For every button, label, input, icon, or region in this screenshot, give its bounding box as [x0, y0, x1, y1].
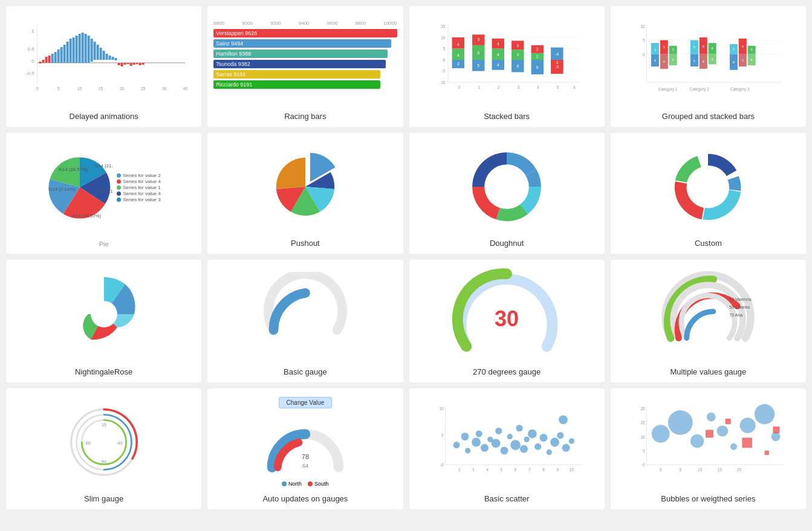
svg-rect-14 — [39, 62, 42, 63]
svg-text:9: 9 — [556, 468, 559, 472]
svg-point-229 — [771, 432, 780, 441]
svg-text:3: 3 — [516, 43, 519, 47]
svg-text:5: 5 — [693, 59, 695, 62]
card-multi-gauge[interactable]: 50 Valencia 50 Charles 70 Ana Multiple v… — [611, 260, 806, 382]
svg-point-199 — [524, 436, 529, 442]
gauge-value-label: 30 — [495, 306, 519, 332]
card-delayed-animations[interactable]: 1 0.5 0 -0.5 0 5 10 15 20 25 30 40 — [6, 6, 201, 127]
card-custom[interactable]: Custom — [611, 133, 806, 254]
multi-gauge-chart: 50 Valencia 50 Charles 70 Ana — [617, 266, 800, 362]
svg-rect-232 — [742, 437, 752, 448]
svg-text:0: 0 — [660, 468, 662, 472]
svg-point-225 — [716, 425, 728, 437]
svg-text:50 Charles: 50 Charles — [730, 305, 751, 309]
svg-rect-37 — [109, 56, 111, 60]
svg-text:4: 4 — [496, 52, 499, 56]
svg-text:1: 1 — [478, 85, 480, 89]
svg-text:0: 0 — [443, 57, 445, 62]
svg-point-207 — [568, 438, 574, 443]
svg-text:70 Ana: 70 Ana — [730, 313, 743, 317]
card-slim-gauge[interactable]: 15 40 50 60 Slim gauge — [6, 388, 201, 509]
svg-text:1: 1 — [31, 28, 34, 34]
svg-text:0: 0 — [36, 86, 39, 91]
pushout-label: Pushout — [291, 239, 320, 248]
stacked-bars-label: Stacked bars — [484, 112, 530, 121]
svg-rect-42 — [124, 63, 126, 65]
svg-text:7: 7 — [528, 468, 530, 472]
svg-point-208 — [559, 415, 568, 424]
svg-text:5: 5 — [663, 45, 664, 49]
svg-text:15: 15 — [441, 24, 446, 28]
card-270-gauge[interactable]: 30 270 degrees gauge — [409, 260, 605, 382]
svg-text:0.5: 0.5 — [28, 47, 35, 52]
card-stacked-bars[interactable]: 15 10 5 0 -5 -10 0 1 2 3 4 5 6 4 4 — [409, 6, 605, 127]
svg-text:25: 25 — [141, 86, 146, 91]
svg-point-195 — [507, 434, 512, 439]
svg-text:0: 0 — [643, 52, 645, 56]
svg-text:15: 15 — [99, 86, 103, 91]
card-nightingale[interactable]: NightingaleRose — [6, 260, 201, 382]
svg-point-227 — [739, 417, 755, 433]
svg-point-228 — [755, 404, 775, 423]
svg-point-206 — [562, 443, 570, 451]
svg-text:-0: -0 — [440, 462, 443, 466]
svg-text:5: 5 — [477, 63, 479, 68]
svg-rect-26 — [76, 36, 78, 63]
svg-text:3: 3 — [516, 52, 519, 56]
card-pushout[interactable]: Pushout — [207, 133, 403, 254]
svg-text:4/14 (28.57%): 4/14 (28.57%) — [59, 167, 88, 172]
svg-text:10: 10 — [698, 468, 703, 472]
svg-rect-36 — [106, 54, 108, 60]
svg-text:15: 15 — [102, 422, 106, 426]
racing-bar-5: Ricciardo 9191 — [213, 80, 397, 89]
svg-text:8: 8 — [536, 65, 538, 69]
racing-bar-1: Sainz 9494 — [213, 39, 397, 48]
svg-point-196 — [510, 440, 521, 450]
svg-text:20: 20 — [737, 468, 742, 472]
racing-bar-2: Hamilton 9388 — [213, 50, 397, 58]
svg-rect-233 — [764, 450, 768, 454]
svg-text:Category 2: Category 2 — [690, 87, 709, 92]
svg-point-201 — [534, 443, 541, 449]
card-auto-updates[interactable]: Change Value 78 64 North — [207, 388, 403, 509]
svg-text:6: 6 — [702, 44, 704, 48]
svg-text:4: 4 — [672, 57, 674, 61]
svg-rect-24 — [70, 39, 72, 63]
svg-rect-23 — [67, 42, 69, 63]
svg-text:50: 50 — [102, 460, 106, 464]
svg-text:5: 5 — [643, 448, 645, 452]
svg-rect-35 — [103, 51, 105, 60]
svg-point-158 — [91, 301, 117, 327]
card-racing-bars[interactable]: 88009000920094009600980010000 Verstappen… — [207, 6, 403, 127]
svg-rect-16 — [45, 57, 48, 63]
svg-rect-17 — [48, 56, 51, 63]
svg-rect-47 — [139, 63, 141, 65]
svg-text:10: 10 — [439, 407, 444, 411]
stacked-bars-chart: 15 10 5 0 -5 -10 0 1 2 3 4 5 6 4 4 — [415, 12, 599, 107]
svg-rect-41 — [121, 63, 123, 66]
card-pie[interactable]: 3/14 (21.43%) 2/14 (14.29%) 4/14 (28.57%… — [6, 133, 201, 254]
change-value-button[interactable]: Change Value — [279, 397, 333, 408]
card-basic-gauge[interactable]: Basic gauge — [207, 260, 403, 382]
basic-gauge-label: Basic gauge — [284, 367, 327, 376]
svg-point-189 — [475, 430, 482, 437]
svg-text:20: 20 — [640, 407, 645, 411]
svg-text:10: 10 — [77, 86, 82, 91]
svg-text:0: 0 — [31, 59, 34, 64]
card-bubbles[interactable]: 20 15 10 5 0 0 5 10 15 20 — [611, 388, 806, 509]
card-grouped-stacked[interactable]: 10 5 0 3 4 5 6 3 4 Category — [611, 6, 806, 127]
delayed-animations-chart: 1 0.5 0 -0.5 0 5 10 15 20 25 30 40 — [12, 12, 195, 107]
card-basic-scatter[interactable]: 10 0 -0 2 3 4 5 6 7 8 9 10 — [409, 388, 605, 509]
svg-rect-30 — [88, 36, 90, 63]
svg-text:6: 6 — [702, 59, 704, 63]
racing-bar-0: Verstappen 9626 — [213, 29, 397, 37]
svg-point-205 — [557, 432, 564, 439]
svg-text:4: 4 — [711, 47, 713, 50]
svg-text:3: 3 — [457, 62, 460, 66]
svg-text:8: 8 — [733, 60, 735, 63]
svg-rect-18 — [51, 54, 54, 63]
svg-text:2: 2 — [536, 54, 538, 59]
card-doughnut[interactable]: Doughnut — [409, 133, 605, 254]
svg-text:Category 1: Category 1 — [658, 87, 678, 92]
svg-text:-10: -10 — [440, 80, 446, 84]
